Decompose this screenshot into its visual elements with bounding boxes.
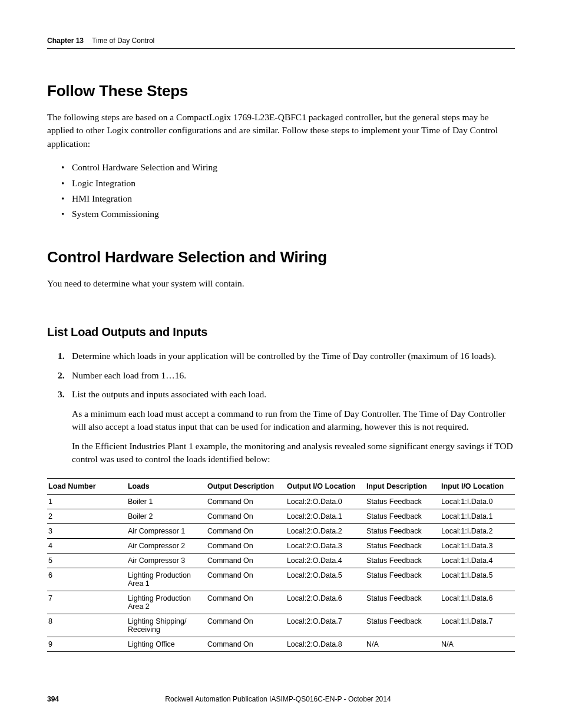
table-cell: Local:2:O.Data.7 (286, 614, 365, 637)
publication-id: Rockwell Automation Publication IASIMP-Q… (59, 695, 497, 703)
th-input-desc: Input Description (365, 478, 440, 494)
table-cell: Local:1:I.Data.2 (440, 523, 515, 538)
hardware-intro: You need to determine what your system w… (47, 277, 515, 290)
table-cell: 5 (47, 553, 127, 568)
table-cell: Command On (206, 509, 286, 523)
table-cell: Local:2:O.Data.4 (286, 553, 365, 568)
step-item: Number each load from 1…16. (72, 369, 515, 382)
bullet-item: HMI Integration (72, 191, 515, 206)
table-row: 2Boiler 2Command OnLocal:2:O.Data.1Statu… (47, 509, 515, 523)
table-cell: Local:1:I.Data.1 (440, 509, 515, 523)
th-loads: Loads (127, 478, 206, 494)
table-cell: Command On (206, 637, 286, 651)
table-cell: Local:2:O.Data.6 (286, 591, 365, 614)
step-text: Number each load from 1…16. (72, 370, 186, 380)
table-cell: Local:1:I.Data.6 (440, 591, 515, 614)
table-cell: Status Feedback (365, 538, 440, 553)
table-cell: Local:1:I.Data.3 (440, 538, 515, 553)
table-cell: Local:2:O.Data.3 (286, 538, 365, 553)
loads-table: Load Number Loads Output Description Out… (47, 478, 515, 652)
table-cell: Status Feedback (365, 553, 440, 568)
page-footer: 394 Rockwell Automation Publication IASI… (47, 695, 515, 703)
page-number: 394 (47, 695, 59, 703)
table-cell: Command On (206, 538, 286, 553)
step-para: As a minimum each load must accept a com… (72, 407, 515, 434)
table-cell: Air Compressor 2 (127, 538, 206, 553)
table-cell: 6 (47, 568, 127, 591)
table-cell: Command On (206, 494, 286, 509)
table-cell: 4 (47, 538, 127, 553)
table-row: 3Air Compressor 1Command OnLocal:2:O.Dat… (47, 523, 515, 538)
table-cell: Lighting Production Area 1 (127, 568, 206, 591)
table-cell: Boiler 2 (127, 509, 206, 523)
table-cell: 3 (47, 523, 127, 538)
th-input-loc: Input I/O Location (440, 478, 515, 494)
table-cell: Status Feedback (365, 494, 440, 509)
table-row: 8Lighting Shipping/ ReceivingCommand OnL… (47, 614, 515, 637)
table-cell: Air Compressor 3 (127, 553, 206, 568)
step-item: List the outputs and inputs associated w… (72, 388, 515, 466)
table-row: 4Air Compressor 2Command OnLocal:2:O.Dat… (47, 538, 515, 553)
chapter-title: Time of Day Control (92, 37, 154, 45)
table-cell: Status Feedback (365, 591, 440, 614)
table-cell: Local:2:O.Data.5 (286, 568, 365, 591)
bullet-item: Control Hardware Selection and Wiring (72, 160, 515, 175)
steps-list: Determine which loads in your applicatio… (47, 350, 515, 466)
table-cell: Command On (206, 591, 286, 614)
th-output-loc: Output I/O Location (286, 478, 365, 494)
table-cell: Local:1:I.Data.7 (440, 614, 515, 637)
follow-intro: The following steps are based on a Compa… (47, 111, 515, 150)
running-header: Chapter 13 Time of Day Control (47, 37, 515, 45)
table-cell: Status Feedback (365, 614, 440, 637)
table-row: 1Boiler 1Command OnLocal:2:O.Data.0Statu… (47, 494, 515, 509)
th-output-desc: Output Description (206, 478, 286, 494)
table-cell: N/A (440, 637, 515, 651)
table-cell: Local:2:O.Data.2 (286, 523, 365, 538)
table-cell: Local:2:O.Data.1 (286, 509, 365, 523)
table-cell: 1 (47, 494, 127, 509)
header-rule (47, 48, 515, 49)
table-cell: Command On (206, 568, 286, 591)
table-row: 7Lighting Production Area 2Command OnLoc… (47, 591, 515, 614)
heading-list-loads: List Load Outputs and Inputs (47, 325, 515, 339)
table-cell: Command On (206, 523, 286, 538)
table-cell: Boiler 1 (127, 494, 206, 509)
table-cell: 2 (47, 509, 127, 523)
table-cell: Command On (206, 614, 286, 637)
table-cell: Status Feedback (365, 523, 440, 538)
table-cell: N/A (365, 637, 440, 651)
table-header-row: Load Number Loads Output Description Out… (47, 478, 515, 494)
table-row: 9Lighting OfficeCommand OnLocal:2:O.Data… (47, 637, 515, 651)
table-cell: Lighting Shipping/ Receiving (127, 614, 206, 637)
table-cell: Local:1:I.Data.5 (440, 568, 515, 591)
bullet-item: Logic Integration (72, 176, 515, 191)
step-text: Determine which loads in your applicatio… (72, 351, 496, 361)
table-cell: Status Feedback (365, 568, 440, 591)
table-cell: Local:1:I.Data.4 (440, 553, 515, 568)
page: Chapter 13 Time of Day Control Follow Th… (0, 0, 562, 728)
table-cell: Local:1:I.Data.0 (440, 494, 515, 509)
heading-follow-these-steps: Follow These Steps (47, 82, 515, 100)
step-para: In the Efficient Industries Plant 1 exam… (72, 440, 515, 466)
table-cell: Command On (206, 553, 286, 568)
th-load-number: Load Number (47, 478, 127, 494)
table-cell: Local:2:O.Data.0 (286, 494, 365, 509)
bullet-item: System Commissioning (72, 206, 515, 222)
chapter-label: Chapter 13 (47, 37, 84, 45)
table-row: 6Lighting Production Area 1Command OnLoc… (47, 568, 515, 591)
step-text: List the outputs and inputs associated w… (72, 389, 266, 399)
table-cell: 7 (47, 591, 127, 614)
table-cell: 8 (47, 614, 127, 637)
table-cell: Local:2:O.Data.8 (286, 637, 365, 651)
table-cell: Status Feedback (365, 509, 440, 523)
follow-bullet-list: Control Hardware Selection and Wiring Lo… (47, 160, 515, 222)
step-item: Determine which loads in your applicatio… (72, 350, 515, 363)
table-cell: Lighting Production Area 2 (127, 591, 206, 614)
table-cell: Lighting Office (127, 637, 206, 651)
table-row: 5Air Compressor 3Command OnLocal:2:O.Dat… (47, 553, 515, 568)
table-cell: Air Compressor 1 (127, 523, 206, 538)
heading-control-hardware: Control Hardware Selection and Wiring (47, 248, 515, 266)
table-cell: 9 (47, 637, 127, 651)
